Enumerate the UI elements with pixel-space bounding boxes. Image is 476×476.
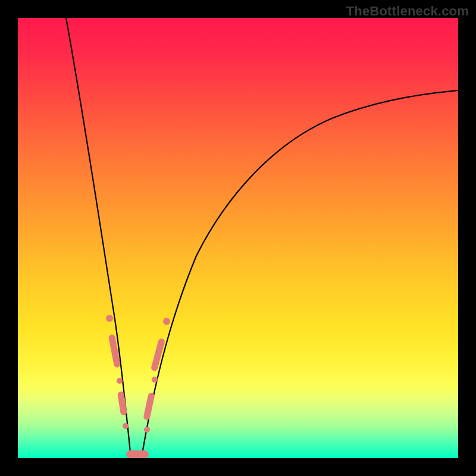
marker-dot — [106, 315, 113, 322]
curve-right-branch — [142, 90, 458, 457]
marker-dot — [117, 378, 123, 384]
marker-dot — [152, 377, 158, 383]
marker-dot — [123, 423, 129, 429]
plot-area — [18, 18, 458, 458]
marker-pill-bottom — [126, 450, 149, 458]
watermark-text: TheBottleneck.com — [346, 4, 469, 19]
marker-dot — [163, 318, 170, 325]
marker-pill — [143, 392, 155, 420]
chart-svg — [18, 18, 458, 458]
marker-dot — [144, 427, 150, 433]
